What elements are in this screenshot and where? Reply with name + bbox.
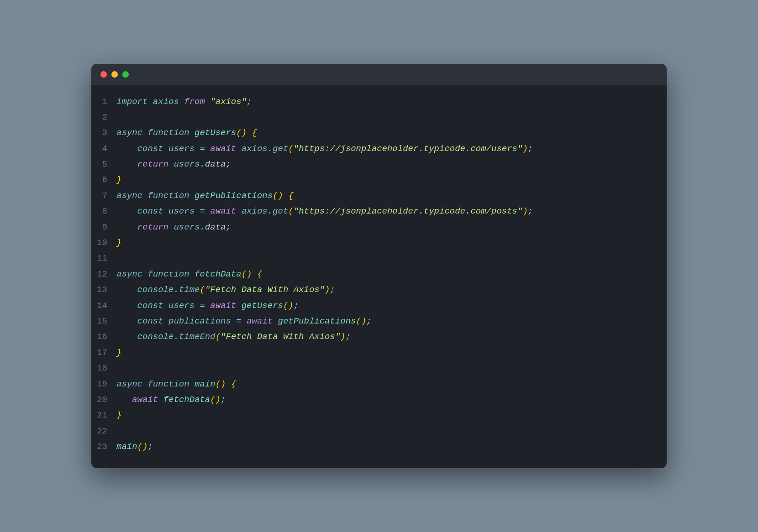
line-content: async function getUsers() {: [116, 126, 667, 140]
line-number: 5: [91, 157, 116, 171]
code-line: 21 }: [91, 407, 667, 423]
line-content: }: [116, 408, 667, 422]
line-content: main();: [116, 440, 667, 454]
line-content: return users.data;: [116, 157, 667, 171]
code-line: 19 async function main() {: [91, 376, 667, 392]
line-content: [116, 251, 667, 265]
code-line: 9 return users.data;: [91, 219, 667, 235]
code-line: 6 }: [91, 172, 667, 188]
line-number: 12: [91, 267, 116, 281]
line-content: async function getPublications() {: [116, 189, 667, 203]
line-content: }: [116, 173, 667, 187]
code-line: 22: [91, 423, 667, 439]
minimize-button[interactable]: [111, 71, 118, 78]
line-number: 6: [91, 173, 116, 187]
line-number: 9: [91, 220, 116, 234]
code-line: 10 }: [91, 235, 667, 250]
line-number: 8: [91, 204, 116, 218]
code-line: 4 const users = await axios.get("https:/…: [91, 141, 667, 156]
line-number: 4: [91, 142, 116, 156]
line-number: 19: [91, 377, 116, 391]
line-content: [116, 110, 667, 124]
line-number: 15: [91, 314, 116, 328]
code-editor: 1 import axios from "axios"; 2 3 async f…: [91, 85, 667, 469]
code-window: 1 import axios from "axios"; 2 3 async f…: [91, 64, 667, 469]
line-number: 13: [91, 283, 116, 297]
line-number: 17: [91, 346, 116, 360]
line-number: 2: [91, 110, 116, 124]
titlebar: [91, 64, 667, 85]
line-content: async function main() {: [116, 377, 667, 391]
line-content: console.timeEnd("Fetch Data With Axios")…: [116, 330, 667, 344]
line-number: 16: [91, 330, 116, 344]
line-number: 14: [91, 299, 116, 313]
line-content: [116, 361, 667, 375]
line-content: const users = await axios.get("https://j…: [116, 142, 667, 156]
line-content: await fetchData();: [116, 393, 667, 407]
line-content: }: [116, 236, 667, 250]
code-line: 3 async function getUsers() {: [91, 125, 667, 141]
line-content: import axios from "axios";: [116, 95, 667, 109]
maximize-button[interactable]: [122, 71, 129, 78]
line-content: const users = await axios.get("https://j…: [116, 204, 667, 218]
code-line: 12 async function fetchData() {: [91, 266, 667, 282]
line-content: }: [116, 346, 667, 360]
code-line: 2: [91, 110, 667, 125]
line-content: const users = await getUsers();: [116, 299, 667, 313]
line-number: 1: [91, 95, 116, 109]
line-number: 22: [91, 424, 116, 438]
code-line: 18: [91, 360, 667, 376]
line-number: 3: [91, 126, 116, 140]
line-number: 20: [91, 393, 116, 407]
code-line: 16 console.timeEnd("Fetch Data With Axio…: [91, 329, 667, 344]
code-line: 20 await fetchData();: [91, 392, 667, 407]
code-line: 13 console.time("Fetch Data With Axios")…: [91, 282, 667, 297]
line-number: 18: [91, 361, 116, 375]
code-line: 14 const users = await getUsers();: [91, 298, 667, 313]
code-line: 7 async function getPublications() {: [91, 188, 667, 203]
code-line: 1 import axios from "axios";: [91, 94, 667, 110]
line-content: const publications = await getPublicatio…: [116, 314, 667, 328]
line-number: 21: [91, 408, 116, 422]
line-number: 11: [91, 251, 116, 265]
code-line: 5 return users.data;: [91, 156, 667, 172]
line-number: 7: [91, 189, 116, 203]
line-content: [116, 424, 667, 438]
line-number: 23: [91, 440, 116, 454]
code-line: 17 }: [91, 345, 667, 360]
code-line: 23 main();: [91, 439, 667, 454]
line-content: async function fetchData() {: [116, 267, 667, 281]
line-number: 10: [91, 236, 116, 250]
line-content: console.time("Fetch Data With Axios");: [116, 283, 667, 297]
code-line: 15 const publications = await getPublica…: [91, 313, 667, 329]
code-line: 11: [91, 250, 667, 266]
code-line: 8 const users = await axios.get("https:/…: [91, 203, 667, 219]
close-button[interactable]: [100, 71, 107, 78]
line-content: return users.data;: [116, 220, 667, 234]
